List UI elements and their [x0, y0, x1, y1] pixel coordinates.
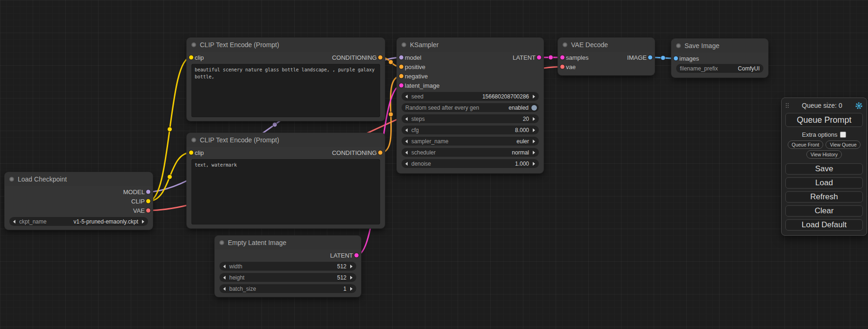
widget-batch-size[interactable]: batch_size 1 — [219, 284, 356, 293]
refresh-button[interactable]: Refresh — [785, 191, 863, 203]
node-title-bar[interactable]: Save Image — [671, 39, 768, 53]
output-slot-image[interactable] — [648, 56, 652, 60]
queue-prompt-button[interactable]: Queue Prompt — [785, 113, 863, 127]
output-slot-conditioning[interactable] — [378, 151, 382, 155]
increment-arrow-icon[interactable] — [533, 117, 535, 121]
increment-arrow-icon[interactable] — [533, 95, 535, 98]
node-save-image[interactable]: Save Image images filename_prefix ComfyU… — [671, 39, 768, 77]
widget-width[interactable]: width 512 — [219, 262, 356, 271]
link-midpoint-dot[interactable] — [388, 60, 393, 64]
increment-arrow-icon[interactable] — [533, 151, 535, 154]
output-slot-conditioning[interactable] — [378, 56, 382, 60]
decrement-arrow-icon[interactable] — [223, 276, 226, 280]
link-midpoint-dot[interactable] — [168, 175, 172, 179]
increment-arrow-icon[interactable] — [533, 162, 535, 166]
output-slot-vae[interactable] — [146, 209, 150, 213]
widget-value: euler — [516, 138, 529, 145]
node-empty-latent-image[interactable]: Empty Latent Image LATENT width 512 heig… — [215, 236, 361, 297]
output-slot-model[interactable] — [146, 190, 150, 194]
node-vae-decode[interactable]: VAE Decode samples IMAGE vae — [558, 38, 655, 75]
decrement-arrow-icon[interactable] — [405, 117, 408, 121]
input-slot-latent-image[interactable] — [399, 84, 403, 88]
input-slot-images[interactable] — [674, 56, 678, 61]
link-midpoint-dot[interactable] — [549, 55, 553, 60]
input-label-positive: positive — [405, 63, 425, 70]
widget-ckpt-name[interactable]: ckpt_name v1-5-pruned-emaonly.ckpt — [9, 217, 148, 226]
input-label-latent-image: latent_image — [405, 82, 439, 89]
load-default-button[interactable]: Load Default — [785, 219, 863, 231]
decrement-arrow-icon[interactable] — [223, 287, 226, 291]
view-history-button[interactable]: View History — [806, 150, 842, 159]
queue-front-button[interactable]: Queue Front — [788, 140, 824, 149]
widget-cfg[interactable]: cfg 8.000 — [402, 126, 539, 134]
widget-seed[interactable]: seed 156680208700286 — [402, 92, 539, 101]
menu-drag-handle-icon[interactable] — [786, 103, 789, 108]
node-title-bar[interactable]: KSampler — [397, 38, 543, 52]
input-slot-vae[interactable] — [560, 65, 565, 69]
decrement-arrow-icon[interactable] — [405, 128, 408, 132]
collapse-dot-icon[interactable] — [563, 42, 567, 47]
view-queue-button[interactable]: View Queue — [826, 140, 861, 149]
output-label-latent: LATENT — [330, 252, 353, 259]
increment-arrow-icon[interactable] — [142, 220, 144, 224]
link-midpoint-dot[interactable] — [661, 56, 665, 60]
output-slot-latent[interactable] — [354, 253, 359, 258]
node-clip-text-encode-positive[interactable]: CLIP Text Encode (Prompt) clip CONDITION… — [187, 38, 385, 121]
input-label-clip: clip — [195, 149, 204, 156]
slot-row: model LATENT — [397, 53, 543, 62]
prompt-textarea[interactable]: text, watermark — [191, 159, 380, 224]
widget-value: 1.000 — [515, 161, 529, 167]
node-graph-canvas[interactable]: Load Checkpoint MODEL CLIP VAE ckpt_name… — [0, 0, 868, 329]
node-title-bar[interactable]: Empty Latent Image — [215, 236, 361, 250]
decrement-arrow-icon[interactable] — [405, 162, 408, 166]
node-clip-text-encode-negative[interactable]: CLIP Text Encode (Prompt) clip CONDITION… — [187, 133, 385, 228]
prompt-textarea[interactable]: beautiful scenery nature glass bottle la… — [191, 64, 380, 117]
increment-arrow-icon[interactable] — [350, 276, 353, 280]
input-slot-negative[interactable] — [399, 74, 403, 78]
clear-button[interactable]: Clear — [785, 205, 863, 217]
widget-scheduler[interactable]: scheduler normal — [402, 148, 539, 157]
decrement-arrow-icon[interactable] — [405, 140, 408, 143]
extra-options-checkbox[interactable] — [840, 132, 846, 138]
link-midpoint-dot[interactable] — [168, 127, 172, 132]
widget-sampler-name[interactable]: sampler_name euler — [402, 137, 539, 146]
node-title-bar[interactable]: Load Checkpoint — [5, 172, 153, 186]
settings-gear-icon[interactable] — [855, 102, 863, 110]
collapse-dot-icon[interactable] — [191, 42, 196, 47]
collapse-dot-icon[interactable] — [9, 177, 14, 182]
increment-arrow-icon[interactable] — [350, 265, 353, 268]
widget-height[interactable]: height 512 — [219, 273, 356, 282]
decrement-arrow-icon[interactable] — [13, 220, 15, 224]
output-slot-clip[interactable] — [146, 199, 150, 203]
node-title-bar[interactable]: VAE Decode — [558, 38, 655, 52]
input-slot-samples[interactable] — [560, 56, 565, 60]
collapse-dot-icon[interactable] — [219, 240, 224, 245]
input-slot-clip[interactable] — [189, 151, 193, 155]
collapse-dot-icon[interactable] — [191, 138, 196, 142]
save-button[interactable]: Save — [785, 163, 863, 175]
toggle-knob[interactable] — [531, 105, 537, 111]
collapse-dot-icon[interactable] — [676, 43, 681, 48]
node-title-bar[interactable]: CLIP Text Encode (Prompt) — [187, 133, 385, 147]
load-button[interactable]: Load — [785, 177, 863, 189]
decrement-arrow-icon[interactable] — [405, 151, 408, 154]
increment-arrow-icon[interactable] — [533, 140, 535, 143]
increment-arrow-icon[interactable] — [533, 128, 535, 132]
input-slot-model[interactable] — [399, 56, 403, 60]
decrement-arrow-icon[interactable] — [405, 95, 408, 98]
input-slot-positive[interactable] — [399, 65, 403, 69]
node-load-checkpoint[interactable]: Load Checkpoint MODEL CLIP VAE ckpt_name… — [5, 172, 153, 230]
link-midpoint-dot[interactable] — [388, 112, 393, 117]
widget-random-seed-toggle[interactable]: Random seed after every gen enabled — [402, 103, 539, 112]
increment-arrow-icon[interactable] — [350, 287, 353, 291]
node-ksampler[interactable]: KSampler model LATENT positive negative … — [397, 38, 543, 173]
output-slot-latent[interactable] — [537, 56, 541, 60]
input-slot-clip[interactable] — [189, 56, 193, 60]
link-midpoint-dot[interactable] — [273, 122, 277, 127]
widget-filename-prefix[interactable]: filename_prefix ComfyUI — [676, 64, 763, 73]
node-title-bar[interactable]: CLIP Text Encode (Prompt) — [187, 38, 385, 52]
widget-denoise[interactable]: denoise 1.000 — [402, 159, 539, 168]
collapse-dot-icon[interactable] — [402, 42, 406, 47]
widget-steps[interactable]: steps 20 — [402, 114, 539, 123]
decrement-arrow-icon[interactable] — [223, 265, 226, 268]
